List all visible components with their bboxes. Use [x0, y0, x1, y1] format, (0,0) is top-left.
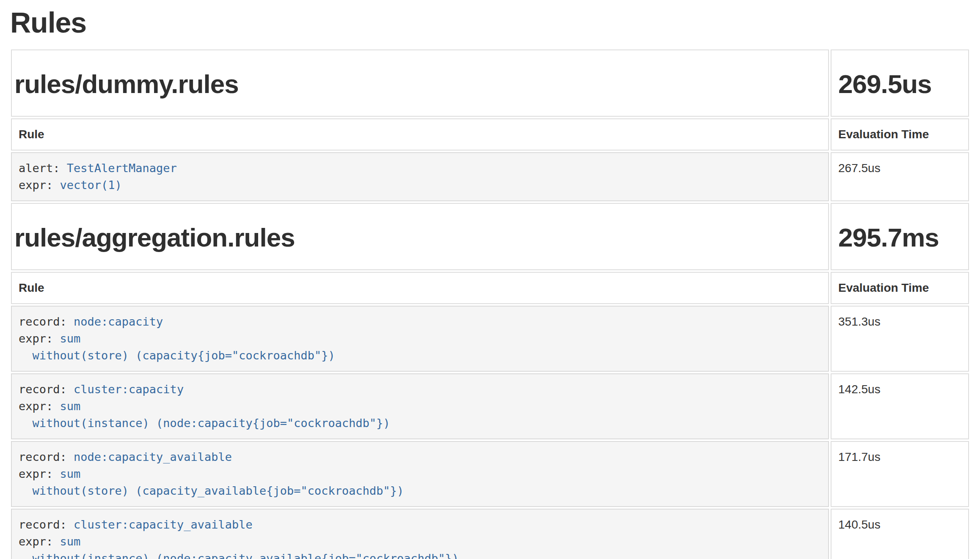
rule-definition: record: cluster:capacity_available expr:… — [19, 516, 821, 559]
rule-link[interactable]: vector(1) — [60, 178, 122, 192]
rule-group-evaluation-time-cell: 295.7ms — [831, 203, 969, 270]
rule-link[interactable]: TestAlertManager — [67, 162, 177, 175]
rule-link[interactable]: sum without(store) (capacity_available{j… — [19, 467, 404, 497]
rule-keyword: expr: — [19, 400, 60, 413]
column-header-rule: Rule — [11, 272, 829, 304]
rule-group-row: rules/aggregation.rules295.7ms — [11, 203, 969, 270]
rule-evaluation-time: 142.5us — [831, 373, 969, 439]
rule-row: record: cluster:capacity_available expr:… — [11, 509, 969, 559]
rules-page: Rules rules/dummy.rules269.5usRuleEvalua… — [0, 7, 980, 559]
rule-keyword: record: — [19, 315, 74, 328]
rule-row: record: node:capacity expr: sum without(… — [11, 306, 969, 372]
rule-definition-cell: record: node:capacity_available expr: su… — [11, 441, 829, 507]
rule-group-evaluation-time-cell: 269.5us — [831, 49, 969, 117]
rule-row: record: cluster:capacity expr: sum witho… — [11, 373, 969, 439]
column-header-rule: Rule — [11, 118, 829, 151]
rule-row: alert: TestAlertManager expr: vector(1)2… — [11, 152, 969, 201]
column-header-evaluation-time: Evaluation Time — [831, 118, 969, 151]
column-header-evaluation-time: Evaluation Time — [831, 272, 969, 304]
rule-evaluation-time: 351.3us — [831, 306, 969, 372]
rule-link[interactable]: node:capacity_available — [74, 450, 232, 463]
rule-link[interactable]: sum without(store) (capacity{job="cockro… — [19, 332, 335, 362]
rule-definition: record: node:capacity_available expr: su… — [19, 449, 821, 499]
rule-evaluation-time: 267.5us — [831, 152, 969, 201]
rule-group-evaluation-time: 295.7ms — [838, 222, 961, 252]
rule-group-file-cell: rules/aggregation.rules — [11, 203, 829, 270]
rule-row: record: node:capacity_available expr: su… — [11, 441, 969, 507]
rule-link[interactable]: sum without(instance) (node:capacity_ava… — [19, 535, 459, 559]
rule-group-row: rules/dummy.rules269.5us — [11, 49, 969, 117]
rule-link[interactable]: sum without(instance) (node:capacity{job… — [19, 400, 390, 430]
rule-definition: record: cluster:capacity expr: sum witho… — [19, 381, 821, 432]
rule-group-file-cell: rules/dummy.rules — [11, 49, 829, 117]
rule-keyword: expr: — [19, 178, 60, 192]
column-header-row: RuleEvaluation Time — [11, 272, 969, 304]
rules-table: rules/dummy.rules269.5usRuleEvaluation T… — [9, 48, 971, 559]
rule-keyword: alert: — [19, 162, 67, 175]
rule-definition: record: node:capacity expr: sum without(… — [19, 313, 821, 364]
rule-keyword: record: — [19, 450, 74, 463]
column-header-row: RuleEvaluation Time — [11, 118, 969, 151]
rule-definition: alert: TestAlertManager expr: vector(1) — [19, 160, 821, 194]
rule-group-file: rules/aggregation.rules — [14, 222, 821, 252]
rule-keyword: expr: — [19, 332, 60, 345]
rule-definition-cell: record: node:capacity expr: sum without(… — [11, 306, 829, 372]
rule-group-evaluation-time: 269.5us — [838, 69, 961, 99]
rule-definition-cell: alert: TestAlertManager expr: vector(1) — [11, 152, 829, 201]
rule-link[interactable]: node:capacity — [74, 315, 163, 328]
rule-definition-cell: record: cluster:capacity expr: sum witho… — [11, 373, 829, 439]
rule-keyword: expr: — [19, 535, 60, 548]
rule-keyword: record: — [19, 383, 74, 396]
rule-evaluation-time: 171.7us — [831, 441, 969, 507]
rule-keyword: record: — [19, 518, 74, 531]
rule-group-file: rules/dummy.rules — [14, 69, 821, 99]
rule-definition-cell: record: cluster:capacity_available expr:… — [11, 509, 829, 559]
rule-link[interactable]: cluster:capacity_available — [74, 518, 253, 531]
rules-table-body: rules/dummy.rules269.5usRuleEvaluation T… — [11, 49, 969, 559]
rule-keyword: expr: — [19, 467, 60, 480]
page-title: Rules — [9, 7, 971, 38]
rule-link[interactable]: cluster:capacity — [74, 383, 184, 396]
rule-evaluation-time: 140.5us — [831, 509, 969, 559]
